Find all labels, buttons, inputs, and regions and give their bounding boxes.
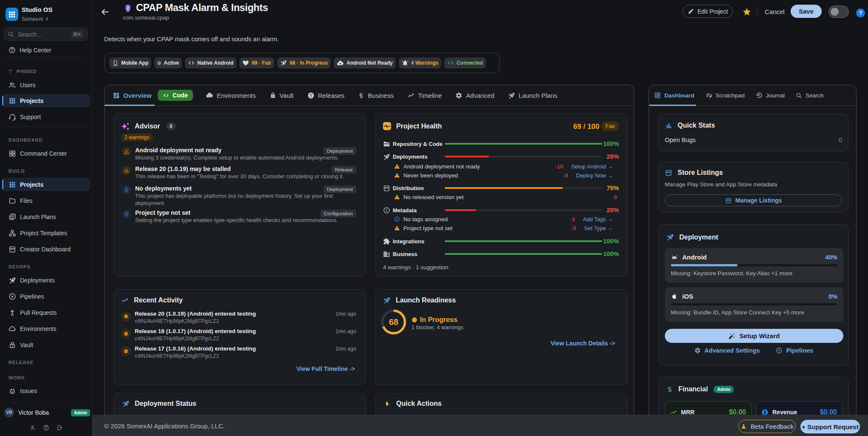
svg-text:68: 68 <box>389 317 398 327</box>
